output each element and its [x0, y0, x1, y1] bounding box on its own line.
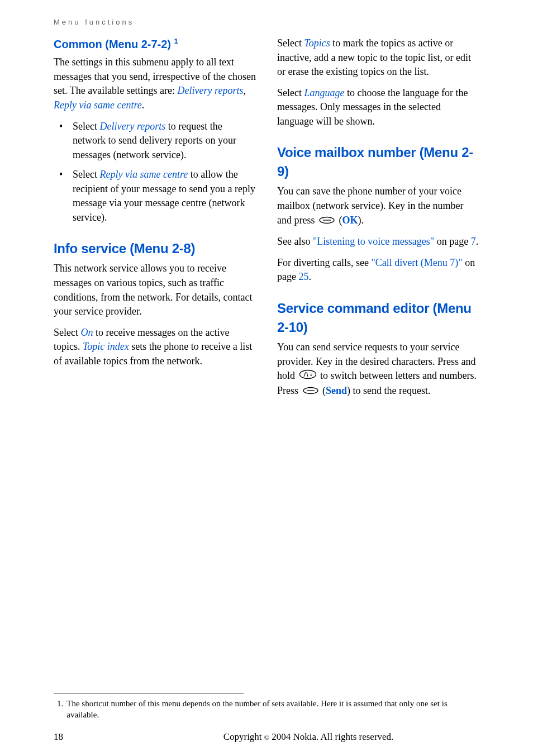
- softkey-icon: [318, 214, 335, 229]
- section-label: Menu functions: [54, 18, 134, 26]
- text: .: [142, 99, 145, 111]
- copyright-symbol: ©: [264, 734, 269, 741]
- emphasis: On: [80, 327, 93, 338]
- common-bullet-list: Select Delivery reports to request the n…: [54, 120, 256, 225]
- info-p2: Select On to receive messages on the act…: [54, 326, 256, 369]
- text: Copyright: [223, 731, 264, 742]
- right-column: Select Topics to mark the topics as acti…: [277, 36, 479, 405]
- heading-service-command: Service command editor (Menu 2-10): [277, 299, 479, 337]
- heading-info-service: Info service (Menu 2-8): [54, 239, 256, 258]
- softkey-label: OK: [342, 215, 358, 226]
- text: on page: [434, 236, 470, 247]
- footnote-body: The shortcut number of this menu depends…: [66, 698, 479, 721]
- hash-key-icon: #: [299, 369, 317, 384]
- page-footer: 18 Copyright © 2004 Nokia. All rights re…: [54, 731, 479, 743]
- page-ref[interactable]: 25: [298, 271, 308, 282]
- text: You can save the phone number of your vo…: [277, 186, 463, 225]
- page-header: Menu functions: [54, 18, 479, 26]
- footnote-area: 1. The shortcut number of this menu depe…: [54, 688, 479, 721]
- emphasis: Topic index: [83, 341, 129, 352]
- heading-text: Voice mailbox number (Menu 2-9): [277, 145, 473, 179]
- footnote-ref: 1: [174, 37, 178, 45]
- copyright: Copyright © 2004 Nokia. All rights reser…: [137, 731, 479, 743]
- emphasis: Language: [304, 87, 344, 98]
- page-number: 18: [54, 731, 137, 743]
- text: Select: [73, 121, 99, 132]
- info-cont-p1: Select Topics to mark the topics as acti…: [277, 36, 479, 79]
- text: Select: [277, 87, 304, 98]
- voice-p3: For diverting calls, see "Call divert (M…: [277, 256, 479, 284]
- text: Select: [54, 327, 80, 338]
- heading-text: Service command editor (Menu 2-10): [277, 301, 472, 335]
- setting-reply-same-centre: Reply via same centre: [54, 99, 142, 111]
- text: (: [336, 215, 342, 226]
- heading-text: Info service (Menu 2-8): [54, 241, 195, 256]
- emphasis: Delivery reports: [99, 121, 165, 132]
- svg-point-2: [299, 370, 316, 379]
- heading-common: Common (Menu 2-7-2) 1: [54, 36, 256, 52]
- info-p1: This network service allows you to recei…: [54, 261, 256, 318]
- common-intro: The settings in this submenu apply to al…: [54, 55, 256, 112]
- footnote: 1. The shortcut number of this menu depe…: [54, 698, 479, 721]
- text: .: [476, 236, 479, 247]
- svg-text:#: #: [310, 372, 313, 377]
- heading-voice-mailbox: Voice mailbox number (Menu 2-9): [277, 143, 479, 181]
- text: Select: [277, 37, 304, 49]
- heading-text: Common (Menu 2-7-2): [54, 38, 171, 50]
- footnote-rule: [54, 693, 244, 693]
- voice-p2: See also "Listening to voice messages" o…: [277, 235, 479, 249]
- info-cont-p2: Select Language to choose the language f…: [277, 86, 479, 129]
- list-item: Select Reply via same centre to allow th…: [54, 168, 256, 225]
- setting-delivery-reports: Delivery reports: [178, 85, 244, 96]
- cross-ref-link[interactable]: "Call divert (Menu 7)": [371, 257, 462, 268]
- text: ,: [243, 85, 246, 96]
- text: (: [320, 385, 326, 396]
- text: 2004 Nokia. All rights reserved.: [269, 731, 393, 742]
- text: This network service allows you to recei…: [54, 263, 252, 317]
- softkey-label: Send: [326, 385, 347, 396]
- service-p1: You can send service requests to your se…: [277, 340, 479, 398]
- text: Select: [73, 169, 99, 180]
- list-item: Select Delivery reports to request the n…: [54, 120, 256, 163]
- footnote-number: 1.: [54, 698, 66, 721]
- softkey-icon: [302, 384, 319, 399]
- page-ref[interactable]: 7: [471, 236, 476, 247]
- text: See also: [277, 236, 313, 247]
- voice-p1: You can save the phone number of your vo…: [277, 184, 479, 228]
- text: .: [308, 271, 311, 282]
- two-column-layout: Common (Menu 2-7-2) 1 The settings in th…: [54, 36, 479, 405]
- cross-ref-link[interactable]: "Listening to voice messages": [313, 236, 434, 247]
- text: ) to send the request.: [347, 385, 430, 396]
- emphasis: Reply via same centre: [99, 169, 188, 180]
- emphasis: Topics: [304, 37, 330, 49]
- text: For diverting calls, see: [277, 257, 371, 268]
- text: ).: [358, 215, 364, 226]
- left-column: Common (Menu 2-7-2) 1 The settings in th…: [54, 36, 256, 405]
